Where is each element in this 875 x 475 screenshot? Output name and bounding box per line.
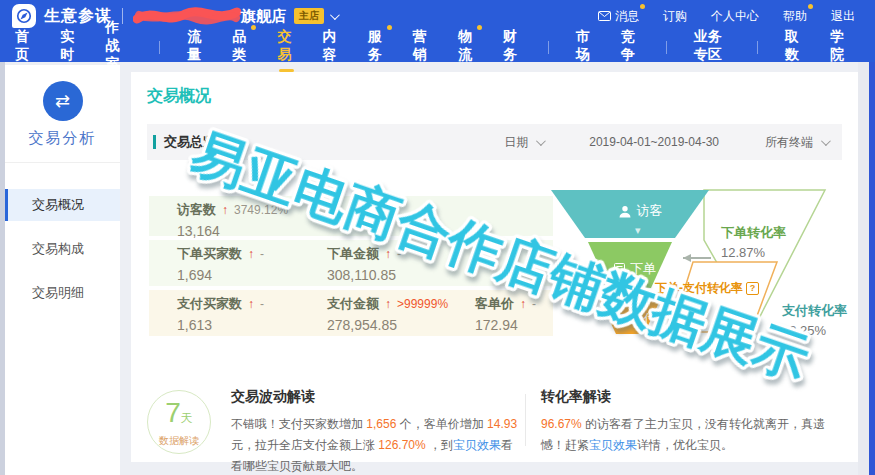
- date-chevron-down-icon[interactable]: [536, 136, 546, 146]
- pay-card-icon: [614, 314, 626, 324]
- nav-academy[interactable]: 学院: [830, 28, 848, 66]
- insight-title: 交易波动解读: [231, 388, 521, 406]
- item-effect-link[interactable]: 宝贝效果: [589, 438, 637, 452]
- nav-traffic[interactable]: 流量: [187, 28, 205, 66]
- nav-divider: [159, 41, 160, 54]
- order-pay-conversion-label: 下单-支付转化率: [655, 280, 743, 297]
- insight-text: 详情，优化宝贝。: [637, 438, 733, 452]
- store-switch-chevron-down-icon[interactable]: [330, 10, 340, 20]
- nav-war-room[interactable]: 作战室: [105, 19, 132, 75]
- metric-order-buyers: 下单买家数 ↑ - 1,694: [177, 245, 264, 283]
- sidebar-item-trade-detail[interactable]: 交易明细: [5, 277, 120, 309]
- compass-logo-icon[interactable]: [12, 4, 36, 28]
- filters: 日期 2019-04-01~2019-04-30 所有终端: [504, 134, 842, 151]
- metric-label: 支付买家数: [177, 295, 242, 313]
- metric-label: 访客数: [177, 201, 216, 219]
- menu-messages-label: 消息: [615, 8, 639, 25]
- nav-finance[interactable]: 财务: [503, 28, 521, 66]
- insight-number: 126.70%: [378, 438, 425, 452]
- sidebar-menu: 交易概况 交易构成 交易明细: [5, 189, 120, 309]
- insight-body: 96.67% 的访客看了主力宝贝，没有转化就离开，真遗憾！赶紧宝贝效果详情，优化…: [541, 414, 843, 456]
- badge-days-unit: 天: [181, 411, 193, 425]
- funnel-label-payments: 支付: [590, 310, 680, 328]
- menu-personal-center[interactable]: 个人中心: [711, 8, 759, 25]
- sidebar-item-trade-composition[interactable]: 交易构成: [5, 233, 120, 265]
- insight-number: 14.93: [487, 417, 517, 431]
- metric-row-visitors: 访客数 ↑ 3749.12% 13,164: [149, 196, 553, 236]
- item-effect-link[interactable]: 宝贝效果: [453, 438, 501, 452]
- metric-change: 3749.12%: [234, 203, 288, 217]
- insight-divider: [525, 394, 526, 446]
- metric-avg-order-value: 客单价 ↑ - 172.94: [475, 295, 536, 333]
- terminal-chevron-down-icon[interactable]: [821, 136, 831, 146]
- menu-messages[interactable]: 消息: [598, 8, 639, 25]
- person-icon: [618, 205, 632, 218]
- nav-market[interactable]: 市场: [576, 28, 594, 66]
- funnel-payments-text: 支付: [631, 310, 657, 328]
- metric-value: 13,164: [177, 223, 288, 239]
- metric-value: 172.94: [475, 317, 536, 333]
- nav-home[interactable]: 首页: [15, 28, 33, 66]
- metric-value: 1,613: [177, 317, 264, 333]
- nav-service-label: 服务: [368, 28, 382, 62]
- nav-divider: [757, 41, 758, 54]
- up-arrow-icon: ↑: [222, 203, 228, 217]
- metric-change: -: [532, 297, 536, 311]
- funnel-orders-text: 下单: [630, 260, 656, 278]
- compass-icon: [14, 6, 34, 26]
- metric-pay-amount: 支付金额 ↑ >99999% 278,954.85: [327, 295, 448, 333]
- help-icon[interactable]: ?: [746, 282, 759, 295]
- pay-conversion-label: 支付转化率: [782, 302, 847, 320]
- app-screen: 生意参谋 旗舰店 主店 消息 订购 个人中心 帮: [0, 0, 875, 475]
- panel-title-marker: [153, 135, 156, 149]
- metric-label: 下单金额: [327, 245, 379, 263]
- redacted-store-name-scribble: [133, 5, 241, 27]
- sidebar-item-trade-overview[interactable]: 交易概况: [5, 189, 120, 221]
- up-arrow-icon: ↑: [248, 247, 254, 261]
- order-doc-icon: [614, 263, 625, 275]
- notification-dot: [640, 4, 645, 9]
- up-arrow-icon: ↑: [248, 297, 254, 311]
- metric-value: 1,694: [177, 267, 264, 283]
- scrollbar[interactable]: [869, 62, 875, 475]
- conversion-rate-insight: 转化率解读 96.67% 的访客看了主力宝贝，没有转化就离开，真遗憾！赶紧宝贝效…: [541, 388, 843, 456]
- nav-category[interactable]: 品类: [232, 28, 250, 66]
- metric-label: 支付金额: [327, 295, 379, 313]
- metric-row-orders: 下单买家数 ↑ - 1,694 下单金额 ↑ - 308,110.85: [149, 240, 553, 286]
- pay-conversion-value: 12.25%: [782, 323, 847, 338]
- nav-data-fetch[interactable]: 取数: [785, 28, 803, 66]
- nav-content[interactable]: 内容: [323, 28, 341, 66]
- nav-divider: [548, 41, 549, 54]
- nav-realtime[interactable]: 实时: [60, 28, 78, 66]
- mail-icon: [598, 11, 611, 21]
- nav-transaction[interactable]: 交易: [277, 28, 295, 66]
- menu-logout-label: 退出: [831, 8, 855, 25]
- metric-change: -: [397, 247, 401, 261]
- badge-days: 7: [165, 397, 181, 428]
- nav-logistics[interactable]: 物流: [458, 28, 476, 66]
- order-conversion-label: 下单转化率: [721, 224, 786, 242]
- menu-logout[interactable]: 退出: [831, 8, 855, 25]
- funnel-label-visitors: 访客: [595, 202, 685, 220]
- metric-order-amount: 下单金额 ↑ - 308,110.85: [327, 245, 401, 283]
- nav-competition[interactable]: 竞争: [621, 28, 639, 66]
- nav-service[interactable]: 服务: [368, 28, 386, 66]
- date-filter-label[interactable]: 日期: [504, 134, 528, 151]
- nav-category-label: 品类: [232, 28, 246, 62]
- nav-divider: [666, 41, 667, 54]
- nav-business-zone[interactable]: 业务专区: [694, 28, 730, 66]
- pay-conversion-annotation: 支付转化率 12.25%: [782, 302, 847, 338]
- menu-subscribe[interactable]: 订购: [663, 8, 687, 25]
- insight-body: 不错哦！支付买家数增加 1,656 个，客单价增加 14.93 元，拉升全店支付…: [231, 414, 521, 475]
- funnel-label-orders: 下单: [590, 260, 680, 278]
- nav-marketing[interactable]: 营销: [413, 28, 431, 66]
- order-conversion-value: 12.87%: [721, 245, 786, 260]
- date-range-value[interactable]: 2019-04-01~2019-04-30: [589, 135, 719, 149]
- page-title: 交易概况: [147, 86, 211, 107]
- insight-text: 个，客单价增加: [396, 417, 487, 431]
- insight-title: 转化率解读: [541, 388, 843, 406]
- terminal-filter[interactable]: 所有终端: [765, 134, 813, 151]
- main-nav: 首页 实时 作战室 流量 品类 交易 内容 服务 营销 物流 财务 市场 竞争 …: [0, 32, 875, 62]
- menu-help[interactable]: 帮助: [783, 8, 807, 25]
- metric-change: -: [260, 297, 264, 311]
